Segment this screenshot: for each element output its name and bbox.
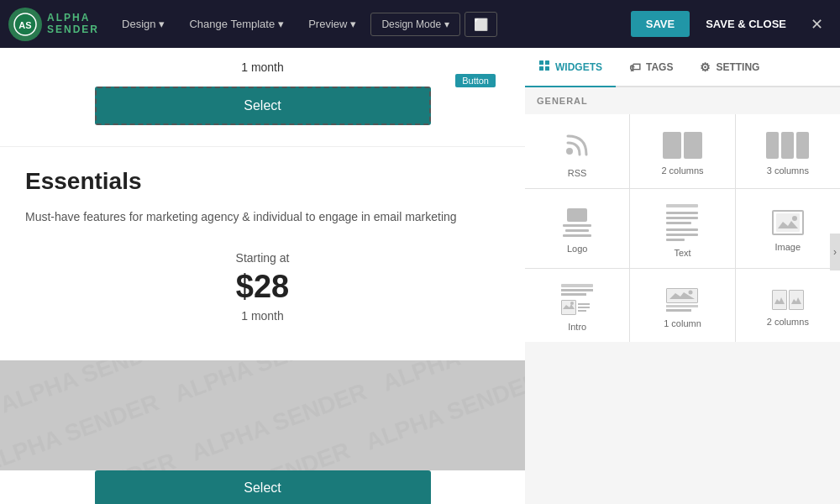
top-navigation: AS ALPHA SENDER Design ▾ Change Template… (0, 0, 840, 48)
widget-text[interactable]: Text (630, 189, 734, 268)
svg-rect-2 (539, 60, 543, 65)
gear-icon: ⚙ (700, 60, 711, 74)
essentials-title: Essentials (25, 168, 500, 195)
widget-rss[interactable]: RSS (525, 114, 629, 188)
chevron-down-icon: ▾ (278, 18, 284, 30)
widget-image-label: Image (775, 242, 801, 252)
widget-1col-label: 1 column (664, 318, 701, 328)
essentials-section: Essentials Must-have features for market… (0, 147, 525, 360)
canvas-area: ALPHA SENDER ALPHA SENDER ALPHA SENDER A… (0, 48, 525, 504)
intro-widget-icon (561, 284, 593, 315)
price-month-top: 1 month (17, 60, 508, 74)
chevron-down-icon: ▾ (350, 18, 356, 30)
widget-3col[interactable]: 3 columns (736, 114, 840, 188)
change-template-button[interactable]: Change Template ▾ (179, 11, 294, 37)
tab-tags-label: TAGS (646, 61, 673, 73)
svg-point-9 (570, 302, 574, 305)
text-widget-icon (666, 204, 698, 241)
widget-intro[interactable]: Intro (525, 269, 629, 342)
logo-widget-icon (563, 208, 591, 237)
widget-intro-label: Intro (568, 322, 586, 332)
design-mode-button[interactable]: Design Mode ▾ (370, 13, 460, 36)
design-menu-button[interactable]: Design ▾ (112, 11, 175, 37)
select-button-top[interactable]: Select (95, 87, 431, 125)
top-price-section: 1 month Button Select (0, 48, 525, 147)
svg-rect-4 (539, 66, 543, 71)
panel-collapse-arrow[interactable]: › (830, 234, 840, 270)
svg-rect-5 (545, 66, 549, 71)
price-period: 1 month (25, 309, 500, 323)
widgets-icon (538, 60, 550, 74)
2col2-icon (772, 290, 804, 310)
tab-tags[interactable]: 🏷 TAGS (616, 48, 686, 87)
svg-text:AS: AS (18, 20, 31, 30)
preview-button[interactable]: Preview ▾ (298, 11, 366, 37)
rss-icon (563, 129, 591, 161)
tags-icon: 🏷 (629, 60, 641, 74)
svg-point-8 (792, 216, 797, 221)
save-close-button[interactable]: SAVE & CLOSE (694, 11, 798, 37)
close-button[interactable]: ✕ (802, 10, 832, 39)
tab-widgets[interactable]: WIDGETS (525, 48, 616, 87)
widget-rss-label: RSS (568, 168, 587, 178)
svg-rect-7 (776, 213, 800, 232)
right-panel: WIDGETS 🏷 TAGS ⚙ SETTING GENERAL (525, 48, 840, 504)
logo-area: AS ALPHA SENDER (8, 8, 99, 41)
1col-icon (666, 288, 698, 312)
general-section-header: GENERAL (525, 87, 840, 114)
widget-text-label: Text (674, 248, 690, 258)
main-layout: ALPHA SENDER ALPHA SENDER ALPHA SENDER A… (0, 48, 840, 504)
widget-logo[interactable]: Logo (525, 189, 629, 268)
chevron-down-icon: ▾ (159, 18, 165, 30)
svg-point-10 (689, 290, 693, 294)
button-tooltip-label: Button (455, 74, 496, 87)
chevron-down-icon: ▾ (444, 18, 449, 30)
starting-at-label: Starting at (25, 251, 500, 265)
widget-3col-label: 3 columns (767, 165, 809, 176)
tab-setting[interactable]: ⚙ SETTING (686, 48, 773, 87)
bottom-select-area: Select (0, 470, 525, 504)
widget-2col2-label: 2 columns (767, 317, 809, 327)
3col-icon (766, 132, 809, 159)
widget-image[interactable]: Image (736, 189, 840, 268)
select-button-bottom[interactable]: Select (95, 470, 431, 504)
2col-icon (663, 132, 702, 159)
svg-rect-3 (545, 60, 549, 65)
svg-point-6 (566, 148, 573, 155)
button-container: Button Select (17, 87, 508, 125)
widget-2col[interactable]: 2 columns (630, 114, 734, 188)
image-widget-icon (772, 210, 804, 235)
save-button[interactable]: SAVE (631, 11, 690, 37)
logo-circle: AS (8, 8, 42, 41)
tab-widgets-label: WIDGETS (555, 61, 602, 73)
widget-1col[interactable]: 1 column (630, 269, 734, 342)
monitor-icon-button[interactable]: ⬜ (465, 12, 497, 37)
widget-logo-label: Logo (567, 244, 587, 254)
widget-2col-label: 2 columns (661, 165, 703, 176)
tab-setting-label: SETTING (716, 61, 759, 73)
widget-2col2[interactable]: 2 columns (736, 269, 840, 342)
essentials-desc: Must-have features for marketing agency … (25, 207, 500, 226)
panel-tabs: WIDGETS 🏷 TAGS ⚙ SETTING (525, 48, 840, 87)
widgets-grid: RSS 2 columns 3 columns (525, 114, 840, 342)
price-display: $28 (25, 269, 500, 305)
logo-text: ALPHA SENDER (47, 13, 99, 34)
